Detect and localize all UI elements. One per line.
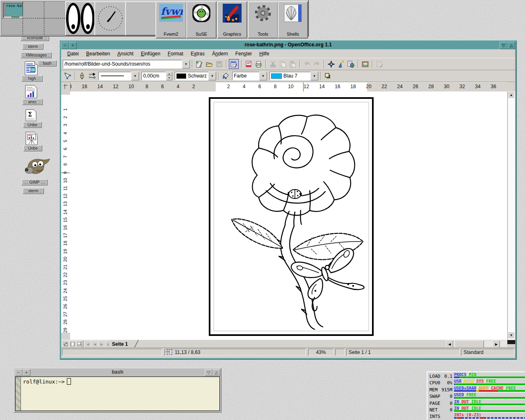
shade-button[interactable]: ▽ <box>205 369 212 376</box>
menu-extras[interactable]: Extras <box>187 50 208 57</box>
fill-style-button[interactable] <box>221 71 230 80</box>
desktop-icon-unbenannt1[interactable]: Unbe <box>23 122 42 128</box>
desktop-icon-ansc[interactable]: ansc <box>22 99 43 105</box>
url-combobox[interactable]: ▼ <box>63 60 190 68</box>
desktop-icon-bash[interactable]: bash <box>38 60 57 66</box>
status-modified-cell[interactable] <box>335 349 345 356</box>
fill-type-select[interactable]: Farbe ▼ <box>232 72 267 80</box>
desktop-icon-gimp-label[interactable]: GIMP <box>21 179 48 185</box>
launcher-suse[interactable]: SuSE <box>186 1 217 39</box>
hscroll-left-button[interactable]: ◀ <box>446 340 453 348</box>
menu-bearbeiten[interactable]: Bearbeiten <box>82 50 114 57</box>
fill-type-dropdown[interactable]: ▼ <box>259 72 267 80</box>
line-color-select[interactable]: Schwarz ▼ <box>175 72 216 80</box>
openoffice-titlebar[interactable]: − + rose-kathrin.png - OpenOffice.org 1.… <box>61 42 515 49</box>
shadow-button[interactable] <box>323 71 332 80</box>
resize-corner[interactable] <box>507 340 515 344</box>
open-button[interactable] <box>205 59 214 68</box>
menu-ansicht[interactable]: Ansicht <box>114 50 137 57</box>
scroll-up-button[interactable]: ▲ <box>508 92 514 98</box>
desktop-icon-writer-doc[interactable] <box>25 61 38 77</box>
paste-button[interactable] <box>288 59 297 68</box>
menu-hilfe[interactable]: Hilfe <box>256 50 273 57</box>
print-button[interactable] <box>254 59 263 68</box>
fill-color-dropdown[interactable]: ▼ <box>310 72 318 80</box>
line-style-select[interactable]: ▼ <box>98 72 139 80</box>
document-page[interactable] <box>209 97 374 336</box>
line-pen-button[interactable] <box>78 71 87 80</box>
url-dropdown-button[interactable]: ▼ <box>182 60 190 68</box>
vertical-ruler[interactable]: 1234567891011121314151617181920212223242… <box>61 91 71 340</box>
status-position-cell[interactable]: 11,13 / 8,63 <box>164 349 306 356</box>
horizontal-ruler[interactable]: 1816141210864224681012141618202224262830… <box>61 82 515 92</box>
view-mode-button-1[interactable] <box>62 340 69 348</box>
desktop-icon-unbenannt2[interactable]: Unbe <box>23 145 42 151</box>
scroll-down-button[interactable]: ▼ <box>508 332 514 338</box>
launcher-fvwm2[interactable]: fvwm Fvwm2 <box>155 1 187 39</box>
desktop-icon-xmessages[interactable]: XMessages <box>21 52 52 58</box>
desktop-pager[interactable]: rose-kat <box>1 1 66 35</box>
clock-applet[interactable] <box>94 1 126 36</box>
hyperlink-button[interactable] <box>346 59 355 68</box>
save-button[interactable] <box>215 59 224 68</box>
sticky-button[interactable]: + <box>69 42 77 49</box>
line-style-dropdown[interactable]: ▼ <box>131 72 139 80</box>
desktop-icon-gimp[interactable] <box>23 156 50 178</box>
desktop-icon-xterm2[interactable]: xterm <box>23 188 44 194</box>
gallery-button[interactable] <box>336 59 345 68</box>
export-pdf-button[interactable] <box>244 59 253 68</box>
first-page-button[interactable]: ◀ <box>84 340 91 348</box>
edit-file-button[interactable] <box>229 59 239 69</box>
redo-button[interactable] <box>312 59 321 68</box>
line-width-spinner[interactable]: ▲▼ <box>166 72 172 80</box>
line-width-input[interactable] <box>142 72 166 80</box>
launcher-graphics[interactable]: Graphics <box>217 1 247 39</box>
arrow-ends-button[interactable] <box>87 71 96 80</box>
desktop-icon-high[interactable]: high <box>21 75 43 82</box>
menu-fenster[interactable]: Fenster <box>232 50 256 57</box>
menu-einfuegen[interactable]: Einfügen <box>137 50 164 57</box>
shade-button[interactable]: ▽ <box>500 42 507 49</box>
menu-datei[interactable]: Datei <box>64 50 82 57</box>
copy-button[interactable] <box>278 59 287 68</box>
rose-clipart-image[interactable] <box>209 97 374 336</box>
vertical-scrollbar[interactable]: ▲ ▼ <box>507 91 515 340</box>
prev-page-button[interactable]: ◀ <box>91 340 98 348</box>
view-mode-button-3[interactable] <box>76 340 83 348</box>
menu-format[interactable]: Format <box>164 50 187 57</box>
menu-aendern[interactable]: Ändern <box>208 50 232 57</box>
next-page-button[interactable]: ▶ <box>98 340 105 348</box>
maximize-button[interactable]: △ <box>507 42 515 49</box>
desktop-icon-sigma-doc[interactable]: Σ <box>25 109 37 123</box>
desktop-icon-impress-doc[interactable] <box>25 132 38 147</box>
new-document-button[interactable] <box>195 59 204 68</box>
terminal-screen[interactable]: rolf@linux:~> <box>15 377 220 411</box>
edit-points-button[interactable] <box>63 71 72 80</box>
spellcheck-button[interactable] <box>375 59 384 68</box>
hscroll-right-button[interactable]: ▶ <box>493 340 500 348</box>
hscroll-thumb[interactable] <box>454 340 484 348</box>
undo-button[interactable] <box>302 59 311 68</box>
drawing-canvas[interactable] <box>70 91 508 340</box>
url-input[interactable] <box>63 60 182 68</box>
navigator-button[interactable] <box>326 59 336 68</box>
status-style-cell[interactable]: Standard <box>461 349 514 356</box>
pager-mini-terminal[interactable] <box>4 16 12 18</box>
status-zoom-cell[interactable]: 43% <box>308 349 334 356</box>
fill-color-select[interactable]: Blau 7 ▼ <box>269 72 318 80</box>
iconify-button[interactable]: − <box>15 369 23 376</box>
status-page-cell[interactable]: Seite 1 / 1 <box>346 349 460 356</box>
pager-mini-monitor[interactable] <box>19 16 23 18</box>
desktop-icon-xterm[interactable]: xterm <box>22 43 43 50</box>
terminal-titlebar[interactable]: − + bash ▽ △ <box>15 369 220 376</box>
insert-image-button[interactable] <box>361 59 370 68</box>
launcher-shells[interactable]: Shells <box>278 1 308 39</box>
sticky-button[interactable]: + <box>23 369 30 376</box>
line-width-field[interactable]: ▲▼ <box>142 72 172 80</box>
xeyes-applet[interactable] <box>65 1 96 36</box>
terminal-scrollbar[interactable] <box>16 377 21 411</box>
view-mode-button-2[interactable] <box>69 340 76 348</box>
maximize-button[interactable]: △ <box>212 369 220 376</box>
launcher-tools[interactable]: Tools <box>248 1 278 39</box>
iconify-button[interactable]: − <box>61 42 69 49</box>
